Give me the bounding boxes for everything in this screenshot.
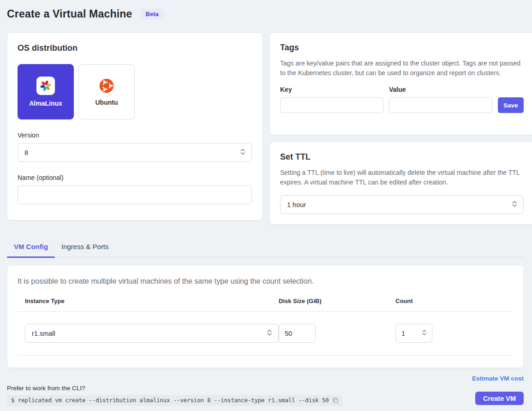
- tag-value-input[interactable]: [389, 97, 492, 113]
- cli-command-text: $ replicated vm create --distribution al…: [11, 397, 329, 404]
- tag-value-field: Value: [389, 86, 492, 113]
- column-instance-type: Instance Type: [25, 298, 279, 311]
- os-card-title: OS distribution: [18, 43, 252, 53]
- tags-card-title: Tags: [280, 43, 524, 53]
- vm-config-intro: It is possible to create multiple virtua…: [18, 277, 513, 286]
- ttl-card-title: Set TTL: [280, 152, 524, 162]
- tag-key-field: Key: [280, 86, 383, 113]
- ttl-select[interactable]: 1 hour: [280, 195, 524, 214]
- estimate-vm-cost-link[interactable]: Estimate VM cost: [472, 375, 524, 382]
- table-row-divider: [18, 355, 513, 356]
- count-cell: [395, 324, 513, 343]
- vm-name-input[interactable]: [18, 185, 252, 204]
- os-tile-row: AlmaLinux Ubuntu: [18, 64, 252, 119]
- right-column: Tags Tags are key/value pairs that are a…: [269, 32, 532, 225]
- disk-size-input[interactable]: [279, 324, 316, 343]
- disk-size-cell: [279, 324, 395, 343]
- count-stepper[interactable]: [395, 324, 432, 343]
- instance-type-select[interactable]: r1.small: [25, 324, 279, 343]
- version-select-value: 8: [24, 149, 28, 156]
- tag-key-label: Key: [280, 86, 383, 93]
- column-count: Count: [395, 298, 513, 311]
- chevron-up-down-icon: [266, 328, 273, 338]
- chevron-up-down-icon: [239, 148, 246, 157]
- ubuntu-logo-icon: [98, 77, 115, 94]
- save-tag-button[interactable]: Save: [498, 97, 524, 113]
- tab-ingress-ports[interactable]: Ingress & Ports: [55, 237, 115, 257]
- chevron-up-down-icon: [511, 200, 518, 209]
- vm-name-label: Name (optional): [18, 174, 252, 181]
- os-tile-almalinux[interactable]: AlmaLinux: [18, 64, 74, 119]
- ttl-select-value: 1 hour: [287, 201, 306, 208]
- page-header: Create a Virtual Machine Beta: [7, 8, 524, 20]
- version-label: Version: [18, 131, 252, 139]
- count-input[interactable]: [396, 330, 414, 337]
- os-distribution-card: OS distribution: [7, 32, 263, 220]
- instance-type-value: r1.small: [32, 330, 55, 337]
- vm-table-row: r1.small: [18, 312, 513, 355]
- version-select[interactable]: 8: [18, 143, 252, 162]
- ttl-description: Setting a TTL (time to live) will automa…: [280, 168, 524, 187]
- tab-vm-config[interactable]: VM Config: [7, 237, 55, 257]
- os-tile-ubuntu[interactable]: Ubuntu: [78, 64, 135, 119]
- stepper-arrows-icon[interactable]: [421, 328, 427, 339]
- os-tile-label: AlmaLinux: [29, 100, 62, 107]
- vm-table: Instance Type Disk Size (GiB) Count r1.s…: [18, 298, 513, 356]
- cli-prompt-text: Prefer to work from the CLI?: [7, 385, 342, 392]
- tag-value-label: Value: [389, 86, 492, 93]
- tags-card: Tags Tags are key/value pairs that are a…: [269, 32, 532, 135]
- top-grid: OS distribution: [7, 32, 524, 225]
- tab-bar: VM Config Ingress & Ports: [7, 237, 524, 257]
- column-disk-size: Disk Size (GiB): [279, 298, 395, 311]
- copy-icon[interactable]: [332, 397, 339, 404]
- tag-key-input[interactable]: [280, 97, 383, 113]
- footer-row: Prefer to work from the CLI? $ replicate…: [7, 385, 524, 406]
- set-ttl-card: Set TTL Setting a TTL (time to live) wil…: [269, 142, 532, 225]
- create-vm-button[interactable]: Create VM: [475, 392, 524, 405]
- cli-block: Prefer to work from the CLI? $ replicate…: [7, 385, 342, 406]
- cli-command-block: $ replicated vm create --distribution al…: [7, 395, 342, 406]
- tags-description: Tags are key/value pairs that are assign…: [280, 59, 524, 77]
- os-tile-label: Ubuntu: [96, 99, 118, 106]
- instance-type-cell: r1.small: [25, 324, 279, 343]
- tags-kv-row: Key Value Save: [280, 86, 524, 113]
- beta-badge: Beta: [141, 9, 164, 19]
- almalinux-logo-icon: [36, 77, 55, 95]
- page-title: Create a Virtual Machine: [7, 8, 132, 20]
- vm-config-card: It is possible to create multiple virtua…: [7, 265, 524, 368]
- footer-top: Estimate VM cost: [7, 375, 524, 382]
- vm-table-header: Instance Type Disk Size (GiB) Count: [18, 298, 513, 311]
